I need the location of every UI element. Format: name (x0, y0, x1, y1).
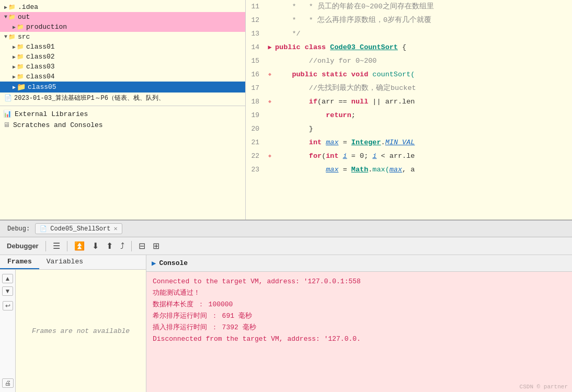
debugger-label-btn[interactable]: Debugger (4, 240, 41, 251)
toolbar-separator (67, 241, 67, 251)
line-number: 20 (246, 122, 265, 136)
folder-icon: 📁 (17, 24, 24, 30)
arrow-icon: ▶ (13, 44, 16, 50)
code-line-15: 15 //only for 0~200 (246, 54, 572, 68)
code-line-16: 16 ◆ public static void countSort( (246, 68, 572, 82)
folder-icon: 📁 (17, 83, 26, 91)
folder-icon: 📁 (17, 73, 24, 80)
frames-message-text: Frames are not available (32, 327, 130, 335)
line-number: 21 (246, 136, 265, 149)
arrow-icon: ▶ (13, 74, 16, 80)
line-content: } (275, 122, 572, 136)
sidebar-item-file[interactable]: 📄 2023-01-03_算法基础班P1～P6（链表、栈、队列、 (0, 93, 245, 103)
list-icon-btn[interactable]: ☰ (50, 239, 63, 252)
line-content: for(int i = 0; i < arr.le (275, 149, 572, 163)
main-area: ▶ 📁 .idea ▼ 📁 out ▶ 📁 production ▼ 📁 src (0, 0, 572, 220)
sidebar-item-label: class04 (26, 73, 55, 80)
debug-panel: Debug: 📄 Code05_ShellSort ✕ Debugger ☰ ⏫… (0, 220, 572, 392)
console-line-4: 希尔排序运行时间 ： 691 毫秒 (153, 310, 566, 322)
ext-item-label: Scratches and Consoles (13, 121, 103, 129)
line-content: //先找到最大的数，确定bucket (275, 82, 572, 95)
line-content: if(arr == null || arr.len (275, 95, 572, 109)
code-line-23: 23 max = Math.max(max, a (246, 163, 572, 177)
sidebar-item-label: 2023-01-03_算法基础班P1～P6（链表、栈、队列、 (14, 94, 165, 102)
breakpoint-marker: ◆ (265, 95, 275, 109)
folder-icon: 📁 (17, 63, 24, 70)
console-line-1: Connected to the target VM, address: '12… (153, 276, 566, 287)
debug-toolbar: Debugger ☰ ⏫ ⬇ ⬆ ⤴ ⊟ ⊞ (0, 237, 572, 255)
sidebar-item-scratches[interactable]: 🖥 Scratches and Consoles (0, 120, 245, 131)
debug-arrows-col: ▲ ▼ ↩ 🖨 (0, 270, 16, 392)
sidebar-item-src[interactable]: ▼ 📁 src (0, 32, 245, 42)
down-arrow-btn[interactable]: ▼ (2, 286, 14, 296)
debug-frames-area: ▲ ▼ ↩ 🖨 Frames are not available (0, 270, 146, 392)
frames-not-available-msg: Frames are not available (16, 270, 146, 392)
sidebar-item-ext-libs[interactable]: 📊 External Libraries (0, 108, 245, 120)
line-number: 15 (246, 54, 265, 68)
sidebar-item-class02[interactable]: ▶ 📁 class02 (0, 52, 245, 62)
print-btn[interactable]: 🖨 (2, 378, 14, 388)
line-content: * * 员工的年龄在0~200之间存在数组里 (275, 0, 572, 14)
debug-left-panel: Frames Variables ▲ ▼ ↩ 🖨 Frames are not … (0, 255, 146, 392)
debug-tab-file-name: Code05_ShellSort (50, 225, 110, 233)
step-out-btn[interactable]: ⤴ (118, 240, 127, 252)
folder-icon: 📁 (8, 14, 16, 20)
sidebar-item-production[interactable]: ▶ 📁 production (0, 22, 245, 32)
line-number: 11 (246, 0, 265, 14)
line-number: 16 (246, 68, 265, 82)
sidebar-item-label: class01 (26, 43, 55, 51)
line-content: public class Code03_CountSort { (275, 41, 572, 54)
ext-item-label: External Libraries (15, 110, 88, 118)
sidebar-item-idea[interactable]: ▶ 📁 .idea (0, 2, 245, 12)
settings-btn[interactable]: ⊞ (150, 239, 162, 252)
toolbar-separator (131, 241, 132, 251)
line-number: 13 (246, 27, 265, 41)
code-line-13: 13 */ (246, 27, 572, 41)
file-tab-icon: 📄 (40, 225, 47, 232)
arrow-icon: ▼ (4, 14, 7, 20)
resume-btn[interactable]: ⏫ (72, 239, 87, 252)
console-icon: 🖥 (3, 121, 10, 129)
sidebar-item-class04[interactable]: ▶ 📁 class04 (0, 72, 245, 82)
frames-btn[interactable]: ⊟ (136, 239, 148, 252)
up-arrow-btn[interactable]: ▲ (2, 274, 14, 283)
code-line-14: 14 ▶ public class Code03_CountSort { (246, 41, 572, 54)
code-line-19: 19 return; (246, 109, 572, 122)
sidebar-item-out[interactable]: ▼ 📁 out (0, 12, 245, 22)
debug-tab-file[interactable]: 📄 Code05_ShellSort ✕ (35, 223, 122, 234)
close-icon[interactable]: ✕ (113, 225, 117, 233)
code-line-18: 18 ◆ if(arr == null || arr.len (246, 95, 572, 109)
breakpoint-marker: ◆ (265, 68, 275, 82)
sidebar-item-class03[interactable]: ▶ 📁 class03 (0, 62, 245, 72)
arrow-icon: ▶ (13, 84, 16, 90)
code-line-11: 11 * * 员工的年龄在0~200之间存在数组里 (246, 0, 572, 14)
sidebar-item-label: production (26, 23, 67, 31)
sidebar-item-label: src (18, 33, 30, 41)
frames-tab-label: Frames (7, 258, 32, 266)
arrow-icon: ▼ (4, 34, 7, 40)
tab-variables[interactable]: Variables (39, 255, 90, 269)
code-line-12: 12 * * 怎么再排序原数组，0岁有几个就覆 (246, 14, 572, 27)
folder-icon: 📁 (8, 4, 16, 10)
sidebar: ▶ 📁 .idea ▼ 📁 out ▶ 📁 production ▼ 📁 src (0, 0, 246, 220)
console-header: ▶ Console (146, 255, 572, 272)
breakpoint-marker: ◆ (265, 149, 275, 163)
line-content: int max = Integer.MIN_VAL (275, 136, 572, 149)
code-line-22: 22 ◆ for(int i = 0; i < arr.le (246, 149, 572, 163)
console-line-6: Disconnected from the target VM, address… (153, 333, 566, 345)
line-number: 17 (246, 82, 265, 95)
console-output[interactable]: Connected to the target VM, address: '12… (146, 272, 572, 392)
tab-frames[interactable]: Frames (0, 255, 39, 269)
line-number: 22 (246, 149, 265, 163)
sidebar-item-class05[interactable]: ▶ 📁 class05 (0, 82, 245, 93)
line-content: * * 怎么再排序原数组，0岁有几个就覆 (275, 14, 572, 27)
line-number: 19 (246, 109, 265, 122)
console-arrow-icon: ▶ (152, 259, 156, 268)
step-over-btn[interactable]: ⬇ (89, 239, 101, 252)
sidebar-item-class01[interactable]: ▶ 📁 class01 (0, 42, 245, 52)
return-btn[interactable]: ↩ (3, 301, 13, 310)
line-content: public static void countSort( (275, 68, 572, 82)
step-into-btn[interactable]: ⬆ (104, 239, 116, 252)
toolbar-separator (45, 241, 46, 251)
line-number: 18 (246, 95, 265, 109)
